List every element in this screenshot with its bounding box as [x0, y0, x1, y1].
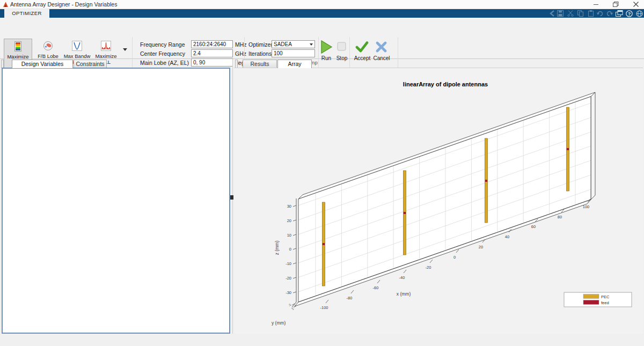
stop-button[interactable]: [337, 42, 347, 54]
globe-icon[interactable]: [636, 10, 643, 17]
legend-label-pec: PEC: [601, 295, 610, 299]
gain-colormap-icon: [14, 41, 21, 52]
y-axis-label: y (mm): [272, 320, 286, 326]
x-tick-label: -100: [320, 305, 328, 310]
feed-point-4: [567, 148, 569, 150]
splitter-handle[interactable]: [230, 195, 233, 200]
feed-point-2: [404, 212, 406, 214]
x-tick-label: -80: [347, 296, 353, 300]
x-tick-label: 80: [558, 215, 562, 219]
minimize-button[interactable]: [588, 0, 604, 9]
plot-title: linearArray of dipole antennas: [403, 81, 488, 87]
fb-lobe-label-1: F/B Lobe: [34, 53, 62, 59]
app-logo-icon: [3, 2, 9, 8]
z-tick-label: 30: [287, 204, 291, 209]
tab-design-variables[interactable]: Design Variables: [12, 60, 73, 68]
antenna-array-designer-window: Antenna Array Designer - Design Variable…: [0, 0, 644, 346]
iterations-input[interactable]: [272, 49, 315, 57]
design-variables-panel: [2, 68, 230, 334]
optimizer-label: Optimizer: [248, 41, 273, 48]
stop-icon: [337, 42, 347, 51]
center-frequency-label: Center Frequency: [140, 50, 185, 57]
restore-icon: [613, 2, 619, 8]
x-tick-label: 20: [479, 245, 483, 249]
run-button[interactable]: [320, 40, 333, 56]
y-tick-label: 2: [291, 307, 295, 311]
tab-optimizer[interactable]: OPTIMIZER: [4, 9, 49, 18]
z-axis: 30 20 10 0 -10 -20 -30 z (mm): [274, 198, 296, 302]
toolstrip-tab-bar: ?: [0, 9, 644, 18]
legend-label-feed: feed: [601, 300, 609, 305]
paste-icon[interactable]: [588, 10, 594, 17]
feed-point-3: [485, 180, 487, 182]
array-bounding-box: [295, 92, 595, 306]
x-tick-label: 100: [583, 204, 590, 209]
z-tick-label: -10: [286, 261, 291, 266]
x-tick-label: 40: [505, 234, 509, 239]
close-icon: [633, 2, 639, 7]
restore-button[interactable]: [608, 0, 624, 9]
status-bar: [0, 334, 644, 346]
array-3d-plot[interactable]: linearArray of dipole antennas: [235, 59, 643, 334]
accept-button[interactable]: [355, 41, 369, 55]
optimizer-dropdown[interactable]: SADEA: [272, 40, 315, 48]
tab-constraints[interactable]: Constraints: [74, 60, 107, 68]
z-tick-label: 20: [287, 218, 291, 223]
chevron-down-icon: [310, 43, 313, 46]
sidelobe-plot-icon: [101, 41, 111, 51]
check-icon: [355, 41, 369, 53]
window-title: Antenna Array Designer - Design Variable…: [10, 1, 117, 8]
legend-swatch-feed: [583, 300, 599, 305]
toolstrip: Maximize Gain F/B Lobe Ratio Max Band: [0, 18, 644, 59]
polar-pattern-icon: [43, 41, 53, 51]
minimize-icon: [594, 4, 598, 5]
z-axis-label: z (mm): [274, 241, 280, 255]
maximize-gain-label-1: Maximize: [4, 54, 32, 60]
x-tick-label: -40: [399, 275, 405, 280]
close-button[interactable]: [628, 0, 644, 9]
help-icon[interactable]: ?: [626, 10, 633, 17]
quick-access-chevron-icon: [550, 10, 555, 17]
save-icon[interactable]: [557, 10, 564, 17]
z-tick-label: 0: [289, 247, 291, 252]
x-axis-label: x (mm): [397, 291, 411, 297]
optimizer-value: SADEA: [274, 41, 292, 47]
help-glyph: ?: [628, 11, 631, 17]
left-panel-edge: [1, 60, 4, 68]
main-lobe-input[interactable]: [191, 58, 233, 67]
x-tick-label: -20: [426, 265, 431, 270]
play-icon: [320, 40, 333, 54]
new-window-icon[interactable]: [616, 10, 623, 17]
feed-point-1: [323, 243, 325, 245]
z-tick-label: -20: [286, 276, 291, 281]
frequency-range-unit: MHz: [235, 41, 247, 48]
chevron-down-icon: [123, 48, 127, 51]
undo-icon[interactable]: [597, 10, 604, 17]
center-frequency-input[interactable]: [191, 49, 233, 57]
x-tick-label: -60: [373, 285, 379, 290]
y-tick-label: -2: [288, 303, 292, 307]
max-bandwidth-label-1: Max Bandw: [63, 53, 91, 59]
cut-icon[interactable]: [567, 10, 574, 17]
objective-gallery-dropdown[interactable]: [123, 47, 129, 53]
copy-icon[interactable]: [577, 10, 584, 17]
main-lobe-label: Main Lobe (AZ, EL): [140, 60, 189, 66]
legend-swatch-pec: [583, 295, 599, 299]
maximize-sll-label-1: Maximize: [92, 53, 120, 59]
iterations-label: Iterations: [248, 50, 272, 57]
tab-array[interactable]: Array: [277, 60, 312, 68]
frequency-range-label: Frequency Range: [140, 41, 185, 48]
y-axis: -2 2 y (mm): [272, 302, 296, 326]
z-tick-label: 10: [287, 233, 291, 238]
x-tick-label: 0: [453, 255, 456, 260]
plot-legend: PEC feed: [564, 292, 632, 307]
title-bar: Antenna Array Designer - Design Variable…: [0, 0, 644, 9]
z-tick-label: -30: [286, 290, 291, 295]
redo-icon[interactable]: [606, 10, 613, 17]
x-tick-label: 60: [531, 224, 536, 229]
bandwidth-curve-icon: [72, 41, 82, 51]
frequency-range-input[interactable]: [191, 40, 233, 48]
cancel-button[interactable]: [376, 41, 387, 55]
x-icon: [376, 41, 387, 53]
